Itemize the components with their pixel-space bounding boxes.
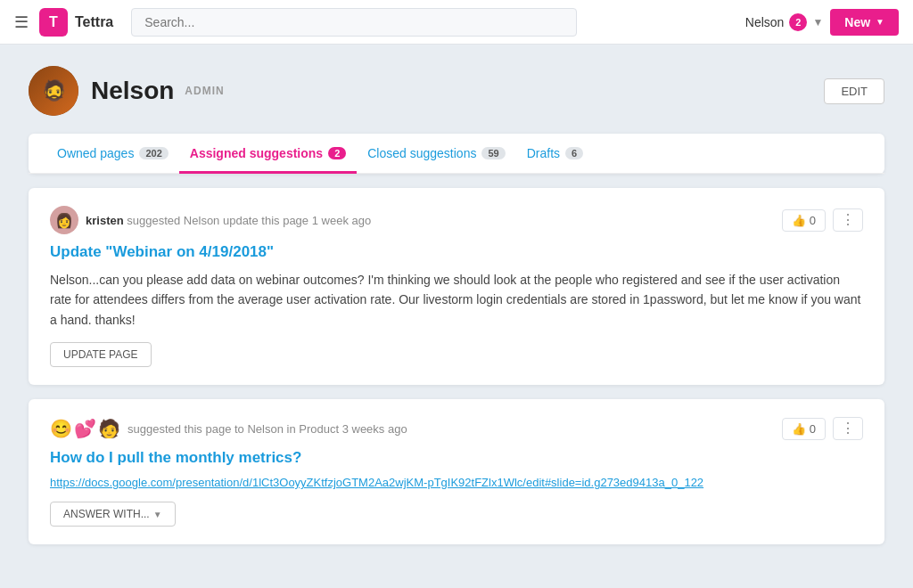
suggestion-avatar-2b: 💕	[74, 418, 96, 439]
new-button[interactable]: New ▼	[830, 9, 899, 36]
tab-assigned-suggestions[interactable]: Assigned suggestions 2	[179, 134, 357, 174]
suggestion-title-2[interactable]: How do I pull the monthly metrics?	[50, 449, 863, 467]
suggestion-avatar-group-2: 😊 💕 🧑	[50, 418, 120, 439]
thumbs-up-button-2[interactable]: 👍 0	[782, 418, 826, 440]
answer-with-button[interactable]: ANSWER WITH... ▼	[50, 502, 176, 527]
thumbs-up-button-1[interactable]: 👍 0	[782, 209, 826, 232]
profile-name: Nelson	[91, 77, 174, 105]
suggestion-action-text-1: suggested Nelson update this page 1 week…	[127, 214, 371, 227]
user-menu[interactable]: Nelson 2 ▼	[745, 13, 823, 31]
tab-closed-suggestions[interactable]: Closed suggestions 59	[357, 134, 515, 174]
search-input[interactable]	[131, 8, 577, 37]
suggestion-meta-2: 😊 💕 🧑 suggested this page to Nelson in P…	[50, 418, 407, 439]
suggestion-meta-text-1: kristen suggested Nelson update this pag…	[86, 214, 371, 227]
user-chevron-icon: ▼	[812, 16, 823, 29]
tab-assigned-label: Assigned suggestions	[190, 146, 323, 160]
tab-closed-badge: 59	[481, 147, 505, 159]
suggestion-avatar-2c: 🧑	[98, 418, 120, 439]
profile-role: ADMIN	[185, 83, 224, 99]
suggestion-title-1[interactable]: Update "Webinar on 4/19/2018"	[50, 243, 863, 261]
suggestion-avatar-1: 👩	[50, 206, 78, 234]
suggestion-actions-2: 👍 0 ⋮	[782, 417, 863, 440]
tab-closed-label: Closed suggestions	[367, 146, 476, 160]
thumbs-up-icon: 👍	[792, 214, 806, 227]
notification-badge: 2	[789, 13, 807, 31]
tab-drafts[interactable]: Drafts 6	[516, 134, 594, 174]
suggestion-author-1: kristen	[86, 214, 124, 227]
nav-right: Nelson 2 ▼ New ▼	[745, 9, 899, 36]
menu-icon[interactable]: ☰	[14, 12, 29, 32]
search-container	[131, 8, 577, 37]
logo-box: T	[39, 8, 68, 37]
suggestion-card-1: 👩 kristen suggested Nelson update this p…	[29, 188, 884, 385]
tabs-card: Owned pages 202 Assigned suggestions 2 C…	[29, 134, 884, 174]
page-container: 🧔 Nelson ADMIN EDIT Owned pages 202 Assi…	[0, 45, 913, 580]
update-page-button[interactable]: UPDATE PAGE	[50, 342, 152, 367]
edit-button[interactable]: EDIT	[824, 78, 884, 104]
tab-drafts-label: Drafts	[527, 146, 560, 160]
tabs-row: Owned pages 202 Assigned suggestions 2 C…	[29, 134, 884, 174]
answer-arrow-icon: ▼	[153, 510, 162, 519]
suggestion-meta-text-2: suggested this page to Nelson in Product…	[127, 422, 407, 436]
tab-assigned-badge: 2	[328, 147, 346, 159]
suggestion-avatar-2a: 😊	[50, 418, 72, 439]
suggestion-card-2: 😊 💕 🧑 suggested this page to Nelson in P…	[29, 399, 884, 544]
more-options-button-2[interactable]: ⋮	[833, 417, 863, 440]
suggestion-actions-1: 👍 0 ⋮	[782, 208, 863, 232]
new-chevron-icon: ▼	[876, 17, 884, 27]
suggestion-link-2[interactable]: https://docs.google.com/presentation/d/1…	[50, 476, 863, 489]
profile-header: 🧔 Nelson ADMIN EDIT	[29, 66, 884, 116]
suggestion-header-2: 😊 💕 🧑 suggested this page to Nelson in P…	[50, 417, 863, 440]
thumbs-count-1: 0	[810, 214, 816, 227]
app-logo[interactable]: T Tettra	[39, 8, 113, 37]
thumbs-count-2: 0	[810, 422, 816, 436]
thumbs-up-icon-2: 👍	[792, 422, 806, 436]
more-options-button-1[interactable]: ⋮	[833, 208, 863, 232]
suggestion-action-text-2: suggested this page to Nelson in Product…	[127, 422, 407, 436]
tab-owned-pages[interactable]: Owned pages 202	[46, 134, 179, 174]
tab-drafts-badge: 6	[565, 147, 583, 159]
username-label: Nelson	[745, 15, 785, 29]
navbar: ☰ T Tettra Nelson 2 ▼ New ▼	[0, 0, 913, 45]
suggestion-meta-1: 👩 kristen suggested Nelson update this p…	[50, 206, 371, 234]
logo-letter: T	[49, 14, 58, 30]
suggestion-body-1: Nelson...can you please add data on webi…	[50, 270, 863, 330]
suggestion-header-1: 👩 kristen suggested Nelson update this p…	[50, 206, 863, 234]
app-name: Tettra	[75, 14, 113, 30]
avatar-image: 🧔	[29, 66, 78, 116]
avatar: 🧔	[29, 66, 78, 116]
tab-owned-badge: 202	[139, 147, 168, 159]
tab-owned-label: Owned pages	[57, 146, 134, 160]
